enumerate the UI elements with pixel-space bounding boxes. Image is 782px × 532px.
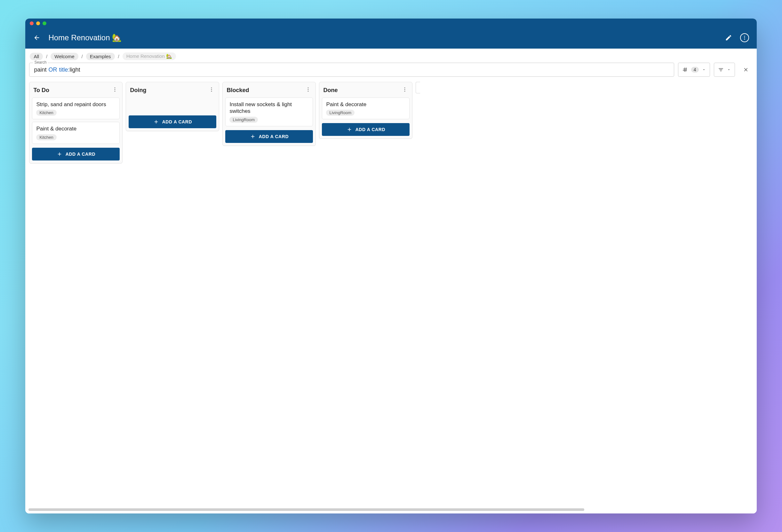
more-vertical-icon <box>305 87 311 92</box>
next-column-peek[interactable] <box>416 82 420 93</box>
card-tag: Kitchen <box>36 110 56 116</box>
plus-icon <box>57 151 62 157</box>
svg-point-10 <box>308 89 309 90</box>
kanban-column: DoingADD A CARD <box>126 82 219 131</box>
breadcrumb-separator: / <box>46 54 47 59</box>
kanban-column: To DoStrip, sand and repaint doorsKitche… <box>29 82 122 163</box>
kanban-board: To DoStrip, sand and repaint doorsKitche… <box>25 81 756 514</box>
breadcrumb-item[interactable]: Welcome <box>50 53 78 60</box>
column-title: To Do <box>33 87 49 94</box>
hash-icon <box>682 67 688 73</box>
card-title: Paint & decorate <box>36 125 115 132</box>
add-card-button[interactable]: ADD A CARD <box>322 123 410 136</box>
caret-down-icon <box>727 68 731 72</box>
count-badge: 4 <box>691 67 699 73</box>
card-list: Install new sockets & light switchesLivi… <box>223 98 316 127</box>
svg-point-14 <box>404 91 405 92</box>
svg-point-6 <box>211 87 212 88</box>
card-tag: LivingRoom <box>229 117 258 123</box>
column-menu-button[interactable] <box>401 85 409 95</box>
more-vertical-icon <box>742 35 747 40</box>
add-card-label: ADD A CARD <box>66 152 96 157</box>
kanban-card[interactable]: Paint & decorateLivingRoom <box>322 98 410 119</box>
svg-point-4 <box>114 89 115 90</box>
search-label: Search <box>33 60 48 65</box>
horizontal-scrollbar[interactable] <box>29 508 584 511</box>
column-menu-button[interactable] <box>207 85 216 95</box>
kanban-card[interactable]: Paint & decorateKitchen <box>32 122 120 144</box>
card-title: Install new sockets & light switches <box>229 101 309 115</box>
search-field-wrap: Search paint OR title:light <box>29 63 674 77</box>
kanban-card[interactable]: Install new sockets & light switchesLivi… <box>225 98 313 126</box>
svg-point-2 <box>744 39 745 40</box>
kanban-card[interactable]: Strip, sand and repaint doorsKitchen <box>32 98 120 119</box>
svg-point-1 <box>744 37 745 38</box>
app-header: Home Renovation 🏡 <box>25 28 756 49</box>
search-token-operator: OR <box>48 67 57 73</box>
back-button[interactable] <box>31 32 42 43</box>
filter-icon <box>718 67 724 73</box>
column-header: Done <box>319 82 412 98</box>
search-row: Search paint OR title:light 4 <box>25 63 756 81</box>
svg-point-5 <box>114 91 115 92</box>
column-title: Done <box>323 87 337 94</box>
edit-button[interactable] <box>723 32 734 43</box>
clear-search-button[interactable] <box>739 63 753 77</box>
scrollbar-thumb[interactable] <box>29 508 584 511</box>
column-count-control[interactable]: 4 <box>678 63 710 77</box>
window-titlebar <box>25 18 756 28</box>
svg-point-8 <box>211 91 212 92</box>
filter-control[interactable] <box>714 63 735 77</box>
column-header: Doing <box>126 82 219 98</box>
svg-point-3 <box>114 87 115 88</box>
card-list: Strip, sand and repaint doorsKitchenPain… <box>29 98 122 145</box>
add-card-label: ADD A CARD <box>355 127 386 132</box>
breadcrumb-item[interactable]: Examples <box>86 53 115 60</box>
card-tag: LivingRoom <box>326 110 355 116</box>
add-card-button[interactable]: ADD A CARD <box>129 115 216 128</box>
search-token-plain: paint <box>34 67 46 73</box>
column-title: Doing <box>130 87 146 94</box>
card-title: Strip, sand and repaint doors <box>36 101 115 108</box>
svg-point-13 <box>404 89 405 90</box>
search-token-key: title: <box>59 67 69 73</box>
arrow-left-icon <box>33 34 40 41</box>
column-header: To Do <box>29 82 122 98</box>
kanban-column: DonePaint & decorateLivingRoomADD A CARD <box>319 82 413 139</box>
window-close-button[interactable] <box>30 22 34 25</box>
more-vertical-icon <box>112 87 118 92</box>
svg-point-12 <box>404 87 405 88</box>
card-list <box>126 98 219 113</box>
plus-icon <box>250 134 256 140</box>
search-input[interactable]: paint OR title:light <box>29 63 674 77</box>
page-title: Home Renovation 🏡 <box>48 33 717 42</box>
column-title: Blocked <box>226 87 249 94</box>
more-vertical-icon <box>209 87 214 92</box>
card-list: Paint & decorateLivingRoom <box>319 98 412 120</box>
breadcrumb-separator: / <box>118 54 119 59</box>
card-title: Paint & decorate <box>326 101 405 108</box>
app-window: Home Renovation 🏡 All / Welcome / Exampl… <box>25 18 756 514</box>
add-card-button[interactable]: ADD A CARD <box>32 148 120 160</box>
breadcrumb-separator: / <box>81 54 83 59</box>
column-header: Blocked <box>223 82 316 98</box>
breadcrumb-item[interactable]: All <box>30 53 43 60</box>
window-minimize-button[interactable] <box>36 22 40 25</box>
column-menu-button[interactable] <box>111 85 119 95</box>
more-menu-button[interactable] <box>740 33 749 42</box>
pencil-icon <box>725 34 732 41</box>
card-tag: Kitchen <box>36 134 56 140</box>
svg-point-11 <box>308 91 309 92</box>
add-card-label: ADD A CARD <box>259 134 289 139</box>
content-area: All / Welcome / Examples / Home Renovati… <box>25 49 756 514</box>
breadcrumb: All / Welcome / Examples / Home Renovati… <box>25 49 756 63</box>
svg-point-7 <box>211 89 212 90</box>
more-vertical-icon <box>402 87 407 92</box>
add-card-label: ADD A CARD <box>162 119 192 124</box>
column-menu-button[interactable] <box>304 85 312 95</box>
breadcrumb-item-current: Home Renovation 🏡 <box>122 52 176 60</box>
close-icon <box>743 67 749 73</box>
svg-point-0 <box>744 36 745 37</box>
window-maximize-button[interactable] <box>42 22 46 25</box>
add-card-button[interactable]: ADD A CARD <box>225 130 313 143</box>
